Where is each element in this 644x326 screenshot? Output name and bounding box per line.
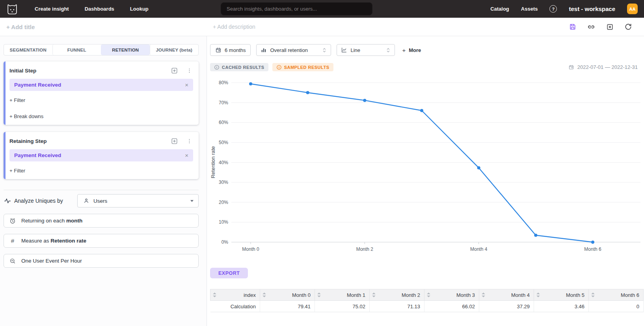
initial-step-event[interactable]: Payment Received × <box>9 79 193 91</box>
y-axis-tick-label: 70% <box>219 100 228 106</box>
results-area: 6 months Overall retention <box>207 36 644 326</box>
column-label: Month 6 <box>621 292 639 298</box>
app-logo-cat-icon[interactable] <box>6 3 18 15</box>
insight-actions <box>569 23 632 31</box>
table-column-header[interactable]: Month 1 <box>315 289 370 301</box>
app-root: Create insight Dashboards Lookup Catalog… <box>0 0 644 326</box>
search-input[interactable] <box>221 2 372 15</box>
remove-event-icon[interactable]: × <box>185 152 188 158</box>
sort-icon[interactable] <box>372 293 376 297</box>
nav-create-insight[interactable]: Create insight <box>35 6 69 12</box>
table-cell: 66.02 <box>424 301 479 312</box>
table-column-header[interactable]: Month 5 <box>534 289 589 301</box>
plus-icon: + <box>402 47 406 54</box>
x-axis-tick-label: Month 0 <box>242 246 259 252</box>
y-axis-title: Retention rate <box>210 146 216 178</box>
column-label: Month 2 <box>402 292 420 298</box>
table-column-header[interactable]: Month 0 <box>260 289 315 301</box>
data-point[interactable] <box>363 99 366 102</box>
data-point[interactable] <box>420 109 423 112</box>
table-cell: 79.41 <box>260 301 315 312</box>
column-label: Month 4 <box>511 292 530 298</box>
copy-link-icon[interactable] <box>587 23 595 31</box>
nav-assets[interactable]: Assets <box>521 6 538 12</box>
data-point[interactable] <box>477 166 480 169</box>
analyze-entity-select[interactable]: Users <box>77 194 199 207</box>
column-label: Month 1 <box>347 292 365 298</box>
nav-lookup[interactable]: Lookup <box>130 6 149 12</box>
select-stepper-icon <box>386 47 391 53</box>
sort-icon[interactable] <box>317 293 321 297</box>
nav-dashboards[interactable]: Dashboards <box>85 6 114 12</box>
measure-as-button[interactable]: # Measure as Retention rate <box>4 234 199 248</box>
cached-results-badge[interactable]: CACHED RESULTS <box>210 63 268 71</box>
x-axis-tick-label: Month 2 <box>356 246 374 252</box>
export-button[interactable]: EXPORT <box>210 268 248 278</box>
remove-event-icon[interactable]: × <box>185 82 188 88</box>
retention-chart: 0%10%20%30%40%50%60%70%80%Month 0Month 2… <box>210 76 644 256</box>
refresh-icon[interactable] <box>624 23 632 31</box>
initial-step-title: Initial Step <box>9 68 36 74</box>
table-cell: 75.02 <box>315 301 370 312</box>
chart-type-select[interactable]: Line <box>337 44 395 56</box>
sort-icon[interactable] <box>482 293 485 297</box>
data-point[interactable] <box>591 241 594 244</box>
table-column-header[interactable]: index <box>210 289 260 301</box>
step-menu-kebab-icon[interactable] <box>185 137 193 145</box>
data-point[interactable] <box>249 82 252 85</box>
tab-journey[interactable]: JOURNEY (beta) <box>150 44 199 55</box>
add-breakdown-button[interactable]: + Break downs <box>9 113 193 119</box>
tab-retention[interactable]: RETENTION <box>101 44 150 55</box>
help-icon[interactable]: ? <box>549 5 557 13</box>
column-label: Month 3 <box>456 292 475 298</box>
add-filter-button[interactable]: + Filter <box>9 97 193 103</box>
sampled-results-badge[interactable]: SAMPLED RESULTS <box>272 63 333 71</box>
add-step-icon[interactable] <box>170 137 178 145</box>
save-icon[interactable] <box>569 23 577 31</box>
one-event-per-hour-label: One User Event Per Hour <box>21 258 82 264</box>
select-stepper-icon <box>322 47 327 53</box>
add-title-button[interactable]: + Add title <box>6 24 35 30</box>
data-point[interactable] <box>534 233 537 237</box>
table-cell: 37.29 <box>479 301 534 312</box>
date-window-button[interactable]: 6 months <box>210 44 251 56</box>
analyze-uniques-label: Analyze Uniques by <box>14 198 63 204</box>
add-description-button[interactable]: + Add description <box>213 24 255 30</box>
add-step-icon[interactable] <box>170 67 178 74</box>
add-filter-button[interactable]: + Filter <box>9 168 193 174</box>
tab-segmentation[interactable]: SEGMENTATION <box>4 44 52 55</box>
sort-icon[interactable] <box>213 293 216 297</box>
measure-as-label: Measure as Retention rate <box>21 238 86 244</box>
retaining-step-event[interactable]: Payment Received × <box>9 149 193 161</box>
tab-funnel[interactable]: FUNNEL <box>52 44 101 55</box>
sort-icon[interactable] <box>427 293 430 297</box>
returning-interval-button[interactable]: Returning on each month <box>4 214 199 228</box>
sort-icon[interactable] <box>536 293 540 297</box>
retention-type-select[interactable]: Overall retention <box>256 44 331 56</box>
step-menu-kebab-icon[interactable] <box>185 67 193 74</box>
top-right-cluster: Catalog Assets ? test - workspace AA <box>490 4 638 14</box>
table-column-header[interactable]: Month 4 <box>479 289 534 301</box>
column-label: index <box>244 292 256 298</box>
data-point[interactable] <box>306 91 309 94</box>
table-cell: 71.13 <box>370 301 424 312</box>
body: SEGMENTATION FUNNEL RETENTION JOURNEY (b… <box>0 36 644 326</box>
workspace-name[interactable]: test - workspace <box>569 6 615 12</box>
sort-icon[interactable] <box>262 293 266 297</box>
sort-icon[interactable] <box>591 293 595 297</box>
table-column-header[interactable]: Month 3 <box>424 289 479 301</box>
nav-catalog[interactable]: Catalog <box>490 6 509 12</box>
date-window-value: 6 months <box>225 47 246 53</box>
y-axis-tick-label: 50% <box>219 140 228 145</box>
clear-icon[interactable] <box>606 23 614 31</box>
avatar[interactable]: AA <box>627 4 638 14</box>
chevron-down-icon <box>190 200 194 202</box>
primary-nav: Create insight Dashboards Lookup <box>35 6 149 12</box>
table-column-header[interactable]: Month 2 <box>370 289 424 301</box>
y-axis-tick-label: 80% <box>219 80 228 85</box>
user-icon <box>82 197 90 205</box>
table-column-header[interactable]: Month 6 <box>589 289 644 301</box>
more-options-button[interactable]: + More <box>402 47 421 54</box>
x-axis-tick-label: Month 4 <box>470 246 488 252</box>
one-event-per-hour-button[interactable]: One User Event Per Hour <box>4 254 199 268</box>
